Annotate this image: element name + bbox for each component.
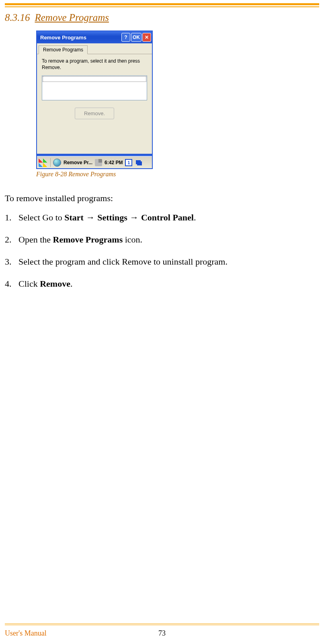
- step-number: 1.: [5, 211, 18, 224]
- step-number: 2.: [5, 233, 18, 246]
- step-body: Select the program and click Remove to u…: [18, 255, 319, 268]
- figure-caption: Figure 8-28 Remove Programs: [36, 171, 319, 178]
- taskbar-time: 6:42 PM: [105, 160, 123, 165]
- step-bold: Remove: [40, 279, 70, 289]
- footer-rule: [5, 624, 319, 625]
- intro-text: To remove installed programs:: [5, 193, 319, 204]
- taskbar-separator: [50, 158, 51, 167]
- screenshot-figure: Remove Programs ? OK ✕ Remove Programs T…: [36, 31, 319, 178]
- step-body: Open the Remove Programs icon.: [18, 233, 319, 246]
- step-text: Open the: [18, 234, 53, 245]
- window: Remove Programs ? OK ✕ Remove Programs T…: [36, 31, 153, 169]
- tab-row: Remove Programs: [37, 43, 152, 54]
- heading-title: Remove Programs: [35, 12, 109, 23]
- step-bold: Remove Programs: [53, 234, 123, 245]
- page-number: 73: [5, 629, 319, 638]
- titlebar: Remove Programs ? OK ✕: [37, 31, 152, 43]
- step-text: icon.: [123, 234, 142, 245]
- step-3: 3. Select the program and click Remove t…: [5, 255, 319, 268]
- step-text: Select Go to: [18, 212, 64, 222]
- ok-button[interactable]: OK: [131, 33, 141, 42]
- step-bold: Settings: [97, 212, 127, 222]
- panel: To remove a program, select it and then …: [37, 54, 152, 154]
- help-button[interactable]: ?: [121, 33, 130, 42]
- speaker-icon[interactable]: [95, 159, 102, 166]
- taskbar: Remove Pr... 6:42 PM 1: [37, 156, 152, 168]
- step-text: Click: [18, 279, 40, 289]
- arrow-icon: →: [127, 212, 141, 222]
- remove-button[interactable]: Remove.: [75, 108, 114, 119]
- step-bold: Start: [64, 212, 84, 222]
- step-4: 4. Click Remove.: [5, 277, 319, 290]
- steps-list: 1. Select Go to Start → Settings → Contr…: [5, 211, 319, 290]
- step-1: 1. Select Go to Start → Settings → Contr…: [5, 211, 319, 224]
- section-heading: 8.3.16Remove Programs: [5, 12, 319, 23]
- close-button[interactable]: ✕: [142, 33, 151, 42]
- page-footer: User's Manual 73: [5, 624, 319, 638]
- step-body: Click Remove.: [18, 277, 319, 290]
- list-selection: [43, 76, 146, 82]
- heading-number: 8.3.16: [5, 12, 30, 23]
- globe-icon[interactable]: [53, 159, 61, 167]
- panel-instruction: To remove a program, select it and then …: [42, 58, 147, 71]
- step-bold: Control Panel: [141, 212, 194, 222]
- start-icon[interactable]: [39, 158, 47, 167]
- tab-remove-programs[interactable]: Remove Programs: [39, 45, 88, 54]
- program-listbox[interactable]: [42, 75, 147, 100]
- step-text: .: [194, 212, 196, 222]
- step-2: 2. Open the Remove Programs icon.: [5, 233, 319, 246]
- step-number: 3.: [5, 255, 18, 268]
- arrow-icon: →: [84, 212, 97, 222]
- window-title: Remove Programs: [40, 35, 121, 41]
- input-indicator-icon[interactable]: 1: [125, 159, 132, 166]
- top-rule: [5, 3, 319, 7]
- windows-stack-icon[interactable]: [135, 159, 142, 166]
- step-body: Select Go to Start → Settings → Control …: [18, 211, 319, 224]
- step-number: 4.: [5, 277, 18, 290]
- step-text: .: [70, 279, 73, 289]
- taskbar-app-label[interactable]: Remove Pr...: [64, 160, 92, 165]
